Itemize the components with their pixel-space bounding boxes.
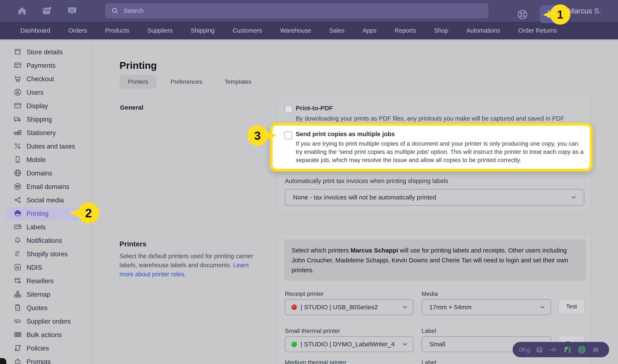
sidebar-item-policies[interactable]: Policies xyxy=(0,342,91,355)
nav-item-products[interactable]: Products xyxy=(105,27,129,34)
tab-preferences[interactable]: Preferences xyxy=(162,75,211,89)
sidebar-item-store-details[interactable]: Store details xyxy=(0,45,91,59)
multiple-jobs-label: Send print copies as multiple jobs xyxy=(296,131,395,138)
chevron-down-icon xyxy=(570,194,577,201)
chevron-down-icon xyxy=(539,304,546,311)
printer-icon xyxy=(13,209,22,218)
scale-weight-value: 0Kg xyxy=(519,346,530,353)
sidebar-item-shipping[interactable]: Shipping xyxy=(0,113,91,126)
shopify-icon xyxy=(13,249,22,259)
search-bar[interactable] xyxy=(105,3,489,18)
sidebar-item-supplier-orders[interactable]: Supplier orders xyxy=(0,315,91,328)
multiple-jobs-description: If you are trying to print multiple copi… xyxy=(296,140,585,164)
sidebar-item-ndis[interactable]: NDIS xyxy=(0,261,91,274)
phone-icon xyxy=(13,155,22,165)
sidebar-item-sitemap[interactable]: Sitemap xyxy=(0,288,91,301)
sidebar-item-display[interactable]: Display xyxy=(0,99,91,113)
percent-icon xyxy=(13,142,22,151)
user-name: Marcus S. xyxy=(568,7,601,15)
truck-icon xyxy=(13,115,22,124)
tab-printers[interactable]: Printers xyxy=(119,75,156,89)
receipt-printer-label: Receipt printer xyxy=(285,290,324,297)
label-size-label-2: Label xyxy=(422,359,436,364)
nav-item-dashboard[interactable]: Dashboard xyxy=(20,27,50,34)
scale-icon[interactable] xyxy=(535,346,543,354)
nav-item-orders[interactable]: Orders xyxy=(68,27,87,34)
printers-section-description: Select the default printers used for pri… xyxy=(119,252,262,279)
chat-icon[interactable] xyxy=(67,6,77,16)
window-icon xyxy=(13,101,22,111)
barcode-scanner-icon[interactable] xyxy=(563,345,572,354)
nav-item-sales[interactable]: Sales xyxy=(329,27,345,34)
user-menu[interactable]: Marcus S. xyxy=(568,0,601,22)
tax-invoice-label: Automatically print tax invoices when pr… xyxy=(285,178,448,184)
sidebar-item-email-domains[interactable]: Email domains xyxy=(0,180,91,194)
home-icon[interactable] xyxy=(17,6,27,16)
printers-notice: Select which printers Marcus Schappi wil… xyxy=(284,239,586,281)
sitemap-icon xyxy=(13,290,22,299)
sidebar-item-notifications[interactable]: Notifications xyxy=(0,234,91,247)
nav-item-reports[interactable]: Reports xyxy=(395,27,416,34)
nav-item-order-returns[interactable]: Order Returns xyxy=(518,27,557,34)
annotation-badge-2: 2 xyxy=(78,202,99,223)
receipt-printer-select[interactable]: | STUDIO | USB_80Series2 xyxy=(285,299,413,315)
mail-icon[interactable] xyxy=(42,6,52,16)
sidebar-item-bulk-actions[interactable]: Bulk actions xyxy=(0,328,91,342)
nav-item-automations[interactable]: Automations xyxy=(466,27,500,34)
highlight-annotation-box: Send print copies as multiple jobs If yo… xyxy=(270,123,592,171)
print-to-pdf-checkbox[interactable] xyxy=(284,105,293,113)
life-ring-icon[interactable] xyxy=(577,345,586,354)
globe-icon xyxy=(13,169,22,178)
nav-item-warehouse[interactable]: Warehouse xyxy=(280,27,311,34)
sidebar-item-stationery[interactable]: Stationery xyxy=(0,126,91,140)
bell-icon xyxy=(13,236,22,245)
sidebar-item-mobile[interactable]: Mobile xyxy=(0,153,91,167)
share-icon xyxy=(13,196,22,205)
tax-invoice-select[interactable]: None - tax invoices will not be automati… xyxy=(285,189,584,206)
annotation-badge-3: 3 xyxy=(247,125,268,146)
card-icon xyxy=(13,61,22,70)
sidebar-item-social-media[interactable]: Social media xyxy=(0,194,91,207)
help-life-ring-icon[interactable] xyxy=(516,8,528,21)
nav-item-shop[interactable]: Shop xyxy=(434,27,448,34)
sidebar-item-prompts[interactable]: Prompts xyxy=(0,355,91,364)
sidebar-item-shopify-stores[interactable]: Shopify stores xyxy=(0,247,91,261)
test-receipt-printer-button[interactable]: Test xyxy=(558,299,585,314)
sidebar-item-payments[interactable]: Payments xyxy=(0,59,91,72)
nav-item-suppliers[interactable]: Suppliers xyxy=(147,27,173,34)
sidebar-item-resellers[interactable]: Resellers xyxy=(0,274,91,288)
printer-status-green-icon xyxy=(291,341,297,347)
small-thermal-printer-label: Small thermal printer xyxy=(285,327,340,334)
sidebar-item-duties-and-taxes[interactable]: Duties and taxes xyxy=(0,140,91,153)
general-section-label: General xyxy=(120,104,143,111)
sidebar-item-labels[interactable]: Labels xyxy=(0,221,91,234)
usb-icon[interactable] xyxy=(549,345,558,354)
media-select[interactable]: 17mm × 54mm xyxy=(422,299,551,315)
annotation-badge-1: 1 xyxy=(550,4,570,25)
sidebar-item-domains[interactable]: Domains xyxy=(0,167,91,180)
device-status-pill: 0Kg xyxy=(513,342,609,357)
label-size-label: Label xyxy=(422,327,436,334)
nav-item-apps[interactable]: Apps xyxy=(363,27,376,34)
main-nav: DashboardOrdersProductsSuppliersShipping… xyxy=(0,22,618,39)
stationery-icon xyxy=(13,128,22,138)
sidebar-item-checkout[interactable]: Checkout xyxy=(0,72,91,86)
nav-item-customers[interactable]: Customers xyxy=(233,27,262,34)
small-thermal-printer-select[interactable]: | STUDIO | DYMO_LabelWriter_4 xyxy=(285,336,413,352)
search-icon xyxy=(111,7,119,14)
robot-icon[interactable] xyxy=(592,346,600,354)
search-input[interactable] xyxy=(123,7,483,14)
multiple-jobs-setting: Send print copies as multiple jobs If yo… xyxy=(273,126,590,169)
grid-icon xyxy=(13,330,22,339)
printer-status-red-icon xyxy=(291,304,297,310)
multiple-jobs-checkbox[interactable] xyxy=(284,131,292,140)
nav-item-shipping[interactable]: Shipping xyxy=(191,27,215,34)
chevron-down-icon xyxy=(401,304,408,311)
robot-icon xyxy=(13,357,22,364)
sidebar-item-quotes[interactable]: Quotes xyxy=(0,301,91,315)
labelc-icon xyxy=(13,223,22,232)
tab-templates[interactable]: Templates xyxy=(216,75,260,89)
notice-user-name: Marcus Schappi xyxy=(350,247,398,254)
media-label: Media xyxy=(422,290,438,297)
sidebar-item-users[interactable]: Users xyxy=(0,86,91,99)
